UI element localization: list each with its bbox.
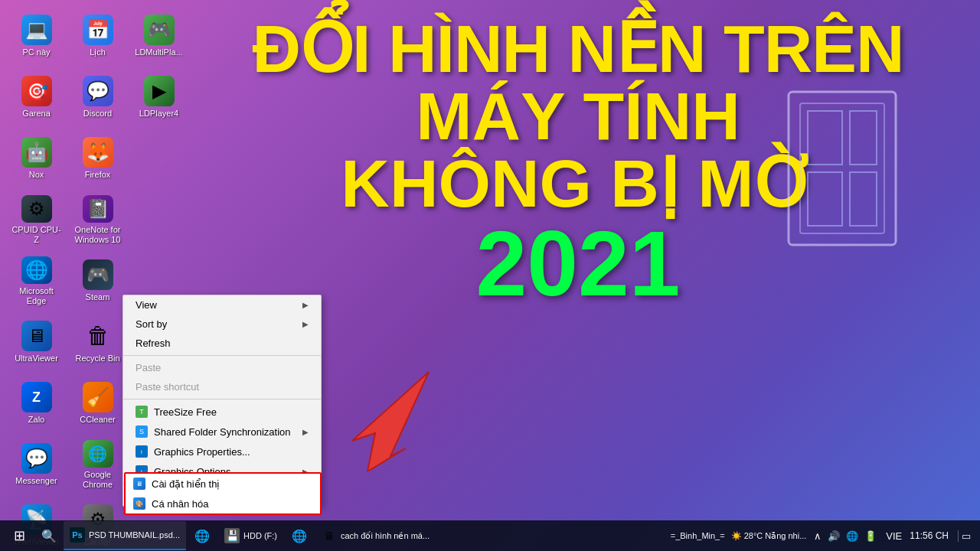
chrome-taskbar-icon: 🌐 (194, 528, 210, 543)
messenger-icon: 💬 (21, 443, 52, 474)
taskbar-clock[interactable]: 11:56 CH (910, 530, 949, 541)
ldmulti-icon: 🎮 (144, 15, 175, 45)
desktop-icon-messenger[interactable]: 💬 Messenger (8, 436, 65, 494)
svg-rect-3 (850, 111, 877, 165)
taskbar-app-hdd[interactable]: 💾 HDD (F:) (218, 521, 283, 550)
menu-item-sortby[interactable]: Sort by ▶ (123, 315, 321, 334)
menu-item-paste: Paste (123, 358, 321, 377)
caidathienthi-label: Cài đặt hiển thị (152, 478, 220, 490)
desktop-icon-steam[interactable]: 🎮 Steam (69, 253, 126, 310)
desktop-icon-lich[interactable]: 📅 Lịch (69, 8, 126, 65)
desktop-icon-onenote[interactable]: 📓 OneNote for Windows 10 (69, 191, 126, 249)
sharedfolder-icon: S (136, 425, 148, 438)
taskbar-app-internet[interactable]: 🌐 (286, 521, 313, 550)
discord-icon: 💬 (83, 76, 113, 106)
tray-expand-icon[interactable]: ∧ (812, 530, 823, 542)
taskbar-app-chrome[interactable]: 🌐 (188, 521, 216, 550)
garena-icon: 🎯 (21, 76, 52, 106)
taskbar-ime[interactable]: =_Binh_Min_= (671, 531, 725, 540)
nox-icon: 🤖 (21, 137, 52, 168)
canhanhhoa-icon: 🎨 (133, 497, 145, 510)
caidathienthi-icon: 🖥 (133, 478, 145, 490)
sortby-label: Sort by (136, 318, 167, 330)
svg-rect-4 (808, 172, 842, 226)
menu-item-pasteshortcut: Paste shortcut (123, 377, 321, 396)
desktop-icon-ccleaner[interactable]: 🧹 CCleaner (69, 375, 126, 432)
desktop-icon-nox[interactable]: 🤖 Nox (8, 130, 65, 187)
desktop-icon-garena[interactable]: 🎯 Garena (8, 69, 65, 126)
firefox-icon: 🦊 (83, 137, 113, 168)
treesizefree-icon: T (136, 406, 148, 418)
menu-item-view[interactable]: View ▶ (123, 295, 321, 315)
googlechrome-label: Google Chrome (73, 470, 122, 490)
taskbar-app-cachoi[interactable]: 🖥 cach đổi hình nền má... (315, 521, 436, 550)
pc-label: PC này (22, 47, 50, 57)
ccleaner-icon: 🧹 (83, 382, 113, 412)
ldplayer4-icon: ▶ (144, 76, 175, 106)
view-arrow-icon: ▶ (302, 301, 309, 309)
desktop-icon-ldmulti[interactable]: 🎮 LDMultiPla... (130, 8, 188, 65)
desktop-icon-cpuid[interactable]: ⚙ CPUID CPU-Z (8, 191, 65, 249)
taskbar: ⊞ 🔍 Ps PSD THUMBNAIL.psd... 🌐 💾 HDD (F:)… (0, 520, 980, 551)
messenger-label: Messenger (15, 476, 57, 486)
submenu-item-canhanhhoa[interactable]: 🎨 Cá nhân hóa (126, 494, 320, 514)
recyclebin-icon: 🗑 (83, 321, 113, 351)
context-submenu: 🖥 Cài đặt hiển thị 🎨 Cá nhân hóa (124, 472, 322, 515)
menu-divider-2 (123, 399, 321, 399)
internet-taskbar-icon: 🌐 (292, 528, 307, 543)
taskbar-lang[interactable]: VIE (884, 530, 903, 542)
googlechrome-icon: 🌐 (83, 440, 113, 468)
desktop-icon-edge[interactable]: 🌐 Microsoft Edge (8, 253, 65, 310)
refresh-label: Refresh (136, 337, 171, 349)
tray-volume-icon[interactable]: 🔊 (826, 530, 841, 542)
menu-item-sharedfolder[interactable]: S Shared Folder Synchronization ▶ (123, 422, 321, 442)
desktop-icon-zalo[interactable]: Z Zalo (8, 375, 65, 432)
taskbar-system-tray: =_Binh_Min_= ☀️ 28°C Nắng nhi... ∧ 🔊 🌐 🔋… (671, 530, 976, 542)
graphicsprops-icon: i (136, 445, 148, 458)
garena-label: Garena (22, 109, 51, 119)
treesizefree-label: TreeSize Free (154, 406, 217, 418)
menu-item-treesizefree[interactable]: T TreeSize Free (123, 402, 321, 422)
system-tray-icons: ∧ 🔊 🌐 🔋 (812, 530, 878, 542)
show-desktop-button[interactable]: ▭ (958, 530, 972, 542)
ldmulti-label: LDMultiPla... (135, 47, 182, 57)
ultraviewer-label: UltraViewer (15, 354, 58, 364)
menu-item-graphicsprops[interactable]: i Graphics Properties... (123, 442, 321, 461)
windows-logo-graphic (766, 77, 919, 291)
onenote-icon: 📓 (83, 195, 113, 223)
taskbar-time: 11:56 CH (910, 530, 949, 541)
photoshop-taskbar-label: PSD THUMBNAIL.psd... (89, 530, 180, 540)
pasteshortcut-label: Paste shortcut (136, 381, 199, 393)
recyclebin-label: Recycle Bin (75, 354, 119, 364)
desktop-icon-recyclebin[interactable]: 🗑 Recycle Bin (69, 314, 126, 371)
taskbar-app-photoshop[interactable]: Ps PSD THUMBNAIL.psd... (64, 521, 186, 550)
tray-battery-icon[interactable]: 🔋 (863, 530, 878, 542)
tray-network-icon[interactable]: 🌐 (844, 530, 860, 542)
start-button[interactable]: ⊞ (4, 520, 34, 551)
paste-label: Paste (136, 362, 161, 373)
lich-label: Lịch (90, 47, 106, 57)
desktop-icon-googlechrome[interactable]: 🌐 Google Chrome (69, 436, 126, 494)
weather-temp: 28°C (744, 531, 763, 540)
weather-desc: Nắng nhi... (765, 531, 806, 541)
cachoi-taskbar-icon: 🖥 (322, 528, 337, 543)
zalo-label: Zalo (28, 415, 44, 425)
cachoi-taskbar-label: cach đổi hình nền má... (341, 531, 430, 541)
steam-label: Steam (86, 292, 110, 302)
menu-item-refresh[interactable]: Refresh (123, 334, 321, 353)
desktop-icon-ldplayer4[interactable]: ▶ LDPlayer4 (130, 69, 188, 126)
lich-icon: 📅 (83, 15, 113, 45)
desktop-icon-ultraviewer[interactable]: 🖥 UltraViewer (8, 314, 65, 371)
svg-rect-2 (808, 111, 842, 165)
submenu-item-caidathienthi[interactable]: 🖥 Cài đặt hiển thị (126, 474, 320, 494)
desktop-icon-pc[interactable]: 💻 PC này (8, 8, 65, 65)
ccleaner-label: CCleaner (80, 415, 115, 425)
ultraviewer-icon: 🖥 (21, 321, 52, 351)
desktop-icon-discord[interactable]: 💬 Discord (69, 69, 126, 126)
taskbar-search-button[interactable]: 🔍 (37, 523, 61, 548)
view-label: View (136, 299, 157, 311)
cpuid-label: CPUID CPU-Z (11, 225, 61, 245)
desktop-icon-firefox[interactable]: 🦊 Firefox (69, 130, 126, 187)
edge-icon: 🌐 (21, 256, 52, 284)
weather-icon: ☀️ (731, 531, 742, 541)
